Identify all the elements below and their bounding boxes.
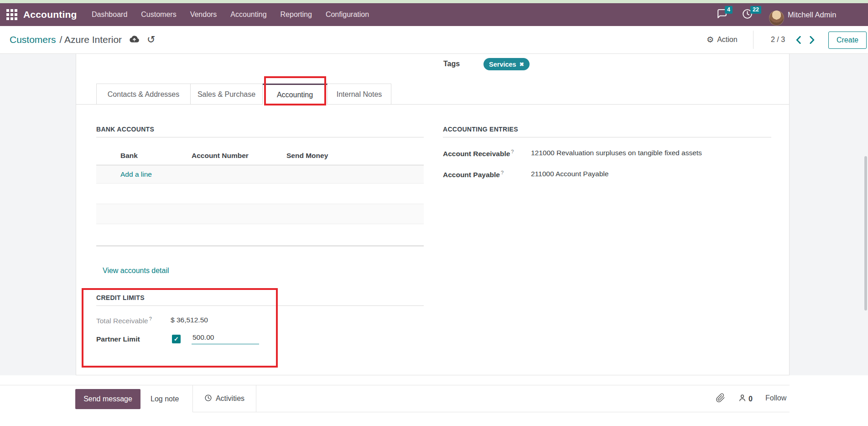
partner-limit-input[interactable]: [192, 332, 259, 344]
messages-count-badge: 4: [725, 6, 733, 14]
main-navbar: Accounting Dashboard Customers Vendors A…: [0, 3, 868, 26]
account-receivable-row: Account Receivable? 121000 Revaluation s…: [443, 149, 514, 158]
menu-dashboard[interactable]: Dashboard: [85, 3, 134, 26]
discard-undo-icon[interactable]: ↺: [147, 35, 155, 44]
followers-button[interactable]: 0: [738, 394, 753, 404]
account-payable-value[interactable]: 211000 Account Payable: [531, 170, 608, 178]
activities-label: Activities: [216, 394, 244, 403]
record-pager: 2 / 3: [771, 26, 785, 53]
account-payable-row: Account Payable? 211000 Account Payable: [443, 170, 504, 179]
navbar-menus: Dashboard Customers Vendors Accounting R…: [85, 3, 376, 26]
bank-accounts-table: Bank Account Number Send Money Add a lin…: [96, 147, 424, 247]
bank-table-empty-row: [96, 184, 424, 204]
bank-table-empty-row: [96, 224, 424, 245]
account-receivable-value[interactable]: 121000 Revaluation surpluses on tangible…: [531, 149, 702, 157]
bank-accounts-section-title: BANK ACCOUNTS: [96, 126, 424, 137]
total-receivable-label: Total Receivable: [96, 317, 148, 325]
partner-limit-row: Partner Limit: [96, 335, 140, 343]
account-receivable-label: Account Receivable: [443, 150, 510, 158]
help-question-icon: ?: [501, 170, 504, 175]
credit-limits-section-title: CREDIT LIMITS: [96, 294, 424, 306]
menu-vendors[interactable]: Vendors: [183, 3, 224, 26]
send-message-button[interactable]: Send message: [75, 389, 140, 409]
top-strip: [0, 0, 868, 3]
followers-count: 0: [748, 395, 753, 403]
vertical-scrollbar-thumb[interactable]: [864, 156, 867, 310]
create-button[interactable]: Create: [828, 32, 867, 49]
attach-files-button[interactable]: [716, 393, 725, 405]
column-account-number: Account Number: [192, 152, 286, 160]
tag-services[interactable]: Services ✖: [483, 58, 530, 70]
tab-contacts-addresses[interactable]: Contacts & Addresses: [97, 84, 191, 105]
gear-icon: ⚙: [707, 35, 714, 45]
pager-previous-icon[interactable]: [795, 36, 801, 44]
tab-internal-notes[interactable]: Internal Notes: [327, 84, 391, 105]
menu-customers[interactable]: Customers: [134, 3, 183, 26]
user-menu[interactable]: Mitchell Admin: [788, 3, 836, 26]
help-question-icon: ?: [511, 149, 514, 154]
accounting-entries-section-title: ACCOUNTING ENTRIES: [443, 126, 771, 137]
check-icon: ✓: [174, 336, 179, 342]
chatter-bottom-border: [256, 412, 790, 412]
sheet-left-margin: [0, 54, 76, 375]
breadcrumb-current-record: / Azure Interior: [60, 34, 122, 45]
log-note-button[interactable]: Log note: [151, 389, 179, 409]
tag-services-label: Services: [489, 61, 516, 68]
partner-limit-checkbox[interactable]: ✓: [172, 335, 181, 343]
column-bank: Bank: [96, 152, 192, 160]
chatter-top-border: [0, 385, 790, 385]
column-send-money: Send Money: [286, 152, 424, 160]
sheet-right-margin: [790, 54, 868, 375]
user-avatar[interactable]: [769, 11, 784, 26]
total-receivable-row: Total Receivable? $ 36,512.50: [96, 316, 152, 325]
bank-table-add-row: Add a line: [96, 165, 424, 184]
menu-reporting[interactable]: Reporting: [274, 3, 319, 26]
action-menu-button[interactable]: ⚙ Action: [707, 26, 738, 53]
action-label: Action: [717, 36, 737, 44]
view-accounts-detail-link[interactable]: View accounts detail: [103, 267, 169, 275]
control-bar: Customers / Azure Interior ↺ ⚙ Action 2 …: [0, 26, 868, 54]
menu-configuration[interactable]: Configuration: [319, 3, 376, 26]
breadcrumb: Customers / Azure Interior ↺: [10, 26, 156, 53]
partner-limit-label: Partner Limit: [96, 335, 140, 343]
add-a-line-link[interactable]: Add a line: [96, 170, 152, 179]
total-receivable-value: $ 36,512.50: [171, 316, 208, 324]
save-cloud-icon[interactable]: [129, 34, 140, 45]
bank-table-header: Bank Account Number Send Money: [96, 147, 424, 165]
app-window: Accounting Dashboard Customers Vendors A…: [0, 0, 868, 426]
activity-clock-icon: [204, 394, 212, 404]
help-question-icon: ?: [149, 316, 152, 321]
tab-sales-purchase[interactable]: Sales & Purchase: [191, 84, 263, 105]
messages-systray-button[interactable]: 4: [716, 3, 728, 26]
tab-accounting[interactable]: Accounting: [263, 84, 327, 105]
app-title[interactable]: Accounting: [23, 9, 77, 20]
navbar-brand: Accounting: [0, 9, 77, 20]
follow-button[interactable]: Follow: [765, 389, 786, 407]
notebook-tabs: Contacts & Addresses Sales & Purchase Ac…: [96, 84, 391, 105]
controlbar-separator: [753, 31, 754, 49]
breadcrumb-customers-link[interactable]: Customers: [10, 34, 56, 45]
form-sheet: Tags Services ✖ Contacts & Addresses Sal…: [76, 54, 790, 375]
activities-count-badge: 22: [750, 6, 761, 14]
bank-table-empty-row: [96, 204, 424, 224]
apps-grid-icon[interactable]: [6, 9, 17, 20]
tag-remove-icon[interactable]: ✖: [520, 62, 524, 67]
account-payable-label: Account Payable: [443, 171, 500, 179]
follower-person-icon: [738, 394, 747, 404]
activities-systray-button[interactable]: 22: [742, 3, 753, 26]
pager-next-icon[interactable]: [809, 36, 815, 44]
menu-accounting[interactable]: Accounting: [223, 3, 273, 26]
tags-field-label: Tags: [443, 60, 460, 68]
schedule-activity-button[interactable]: Activities: [192, 385, 256, 412]
